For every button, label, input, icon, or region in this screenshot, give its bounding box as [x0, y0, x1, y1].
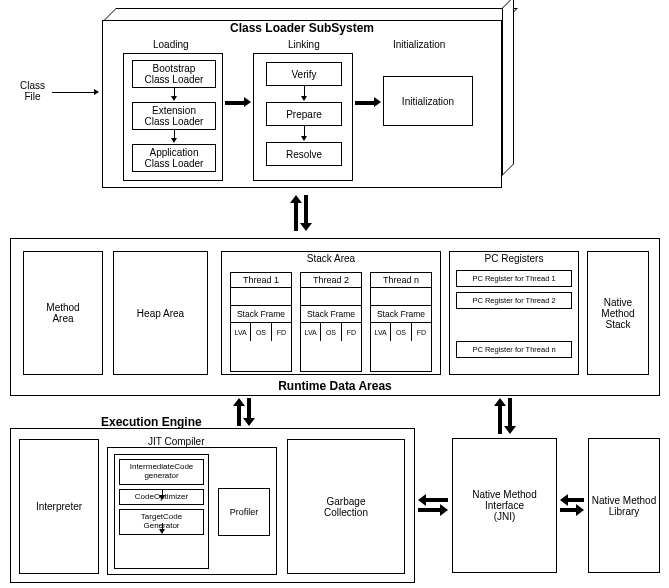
pc-title: PC Registers — [450, 252, 578, 265]
thread-n: Thread n Stack Frame LVAOSFD — [370, 272, 432, 372]
thread-2-title: Thread 2 — [301, 273, 361, 288]
class-loader-subsystem: Class Loader SubSystem Loading Linking I… — [102, 8, 502, 188]
application-loader: Application Class Loader — [132, 144, 216, 172]
arrow-d2 — [174, 130, 175, 138]
thread-2: Thread 2 Stack Frame LVAOSFD — [300, 272, 362, 372]
linking-box: Verify Prepare Resolve — [253, 53, 353, 181]
stack-area: Stack Area Thread 1 Stack Frame LVAOSFD … — [221, 251, 441, 375]
jit-compiler: JIT Compiler IntermediateCode generator … — [107, 447, 277, 575]
verify-box: Verify — [266, 62, 342, 86]
stack-frame-label: Stack Frame — [301, 306, 361, 323]
arrow-ee-jni — [418, 498, 448, 512]
arrow-runtime-ee1 — [237, 398, 251, 426]
garbage-collection: Garbage Collection — [287, 439, 405, 574]
ee-title: Execution Engine — [101, 415, 202, 429]
arrow-loading-linking — [225, 101, 245, 105]
init-label: Initialization — [393, 39, 445, 50]
loading-label: Loading — [153, 39, 189, 50]
stack-frame-label: Stack Frame — [231, 306, 291, 323]
class-file-label: Class File — [20, 80, 45, 102]
arrow-j2 — [162, 523, 163, 529]
stack-title: Stack Area — [222, 252, 440, 265]
thread-1: Thread 1 Stack Frame LVAOSFD — [230, 272, 292, 372]
runtime-title: Runtime Data Areas — [11, 379, 659, 393]
arrow-linking-init — [355, 101, 375, 105]
pc-reg-2: PC Register for Thread 2 — [456, 292, 572, 309]
thread-n-title: Thread n — [371, 273, 431, 288]
extension-loader: Extension Class Loader — [132, 102, 216, 130]
arrow-cls-runtime — [294, 195, 308, 231]
jit-pipeline: IntermediateCode generator CodeOptimizer… — [114, 454, 209, 569]
profiler: Profiler — [218, 488, 270, 536]
jni: Native Method Interface (JNI) — [452, 438, 557, 573]
stack-frame-cols: LVAOSFD — [301, 323, 361, 341]
execution-engine: Execution Engine Interpreter JIT Compile… — [10, 428, 415, 583]
thread-1-title: Thread 1 — [231, 273, 291, 288]
prepare-box: Prepare — [266, 102, 342, 126]
initialization-box: Initialization — [383, 76, 473, 126]
linking-label: Linking — [288, 39, 320, 50]
heap-area: Heap Area — [113, 251, 208, 375]
arrow-d1 — [174, 88, 175, 96]
arrow-jni-nml — [560, 498, 584, 512]
pc-reg-n: PC Register for Thread n — [456, 341, 572, 358]
native-method-stack: Native Method Stack — [587, 251, 649, 375]
jit-title: JIT Compiler — [148, 436, 205, 447]
loading-box: Bootstrap Class Loader Extension Class L… — [123, 53, 223, 181]
arrow-d4 — [304, 126, 305, 136]
arrow-j1 — [162, 489, 163, 495]
interpreter: Interpreter — [19, 439, 99, 574]
method-area: Method Area — [23, 251, 103, 375]
arrow-classfile — [52, 92, 94, 93]
stack-frame-cols: LVAOSFD — [231, 323, 291, 341]
arrow-runtime-ee2 — [498, 398, 512, 434]
stack-frame-label: Stack Frame — [371, 306, 431, 323]
bootstrap-loader: Bootstrap Class Loader — [132, 60, 216, 88]
cls-title: Class Loader SubSystem — [103, 21, 501, 35]
intermediate-code-gen: IntermediateCode generator — [119, 459, 204, 485]
stack-frame-cols: LVAOSFD — [371, 323, 431, 341]
resolve-box: Resolve — [266, 142, 342, 166]
pc-registers: PC Registers PC Register for Thread 1 PC… — [449, 251, 579, 375]
native-method-library: Native Method Library — [588, 438, 660, 573]
runtime-data-areas: Runtime Data Areas Method Area Heap Area… — [10, 238, 660, 396]
arrow-d3 — [304, 86, 305, 96]
pc-reg-1: PC Register for Thread 1 — [456, 270, 572, 287]
